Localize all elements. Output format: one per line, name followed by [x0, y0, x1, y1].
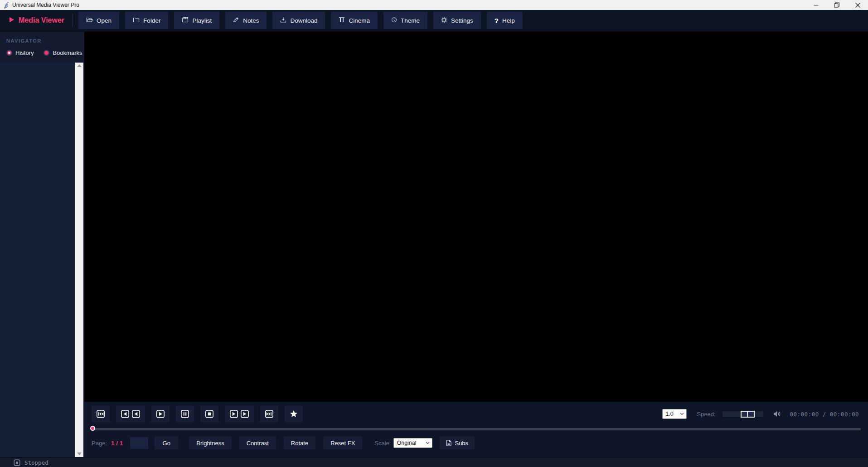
statusbar: Stopped [0, 457, 868, 467]
skip-start-icon[interactable] [92, 406, 110, 422]
radio-icon [44, 50, 49, 56]
window-title: Universal Media Viewer Pro [12, 2, 79, 8]
go-button[interactable]: Go [155, 437, 178, 449]
question-icon: ? [495, 17, 499, 24]
page-input[interactable] [130, 437, 148, 449]
reset-fx-button[interactable]: Reset FX [323, 437, 362, 449]
pause-icon[interactable] [176, 406, 194, 422]
scale-combobox[interactable]: Original [393, 438, 432, 448]
seek-handle[interactable] [90, 426, 95, 431]
scroll-up-icon[interactable] [77, 64, 82, 67]
folder-icon [133, 17, 140, 24]
contrast-button[interactable]: Contrast [239, 437, 276, 449]
play-icon[interactable] [151, 406, 170, 422]
cinema-button[interactable]: Cinema [331, 12, 378, 29]
download-button[interactable]: Download [272, 12, 325, 29]
player-controls: 1.0 Speed: 00:00:00 / 00:00:00 [84, 402, 868, 457]
download-tray-icon [280, 17, 286, 24]
theme-button[interactable]: Theme [383, 12, 427, 29]
speed-slider[interactable] [722, 411, 764, 418]
maximize-restore-icon[interactable] [826, 0, 847, 10]
chevron-down-icon [680, 413, 686, 415]
media-canvas[interactable] [84, 32, 868, 402]
feather-app-icon [4, 2, 10, 9]
toolbar-divider [73, 14, 73, 27]
rotate-button[interactable]: Rotate [284, 437, 315, 449]
bookmarks-radio[interactable]: Bookmarks [44, 49, 82, 56]
folder-button[interactable]: Folder [125, 12, 168, 29]
page-label: Page: [92, 440, 107, 447]
subtitles-doc-icon [446, 440, 451, 446]
main-toolbar: Media Viewer Open Folder Playlist Notes … [0, 10, 868, 32]
navigator-tabs: History Bookmarks [6, 49, 84, 56]
navigator-listbox[interactable] [0, 63, 75, 457]
titlebar: Universal Media Viewer Pro [0, 0, 868, 10]
pen-icon [233, 17, 239, 24]
theme-sphere-icon [391, 17, 397, 24]
brightness-button[interactable]: Brightness [189, 437, 231, 449]
subs-button[interactable]: Subs [440, 437, 475, 449]
clapperboard-icon [182, 17, 189, 24]
star-icon[interactable] [285, 406, 303, 422]
open-button[interactable]: Open [78, 12, 119, 29]
app-brand: Media Viewer [0, 16, 73, 24]
playlist-button[interactable]: Playlist [174, 12, 219, 29]
stop-icon[interactable] [200, 406, 218, 422]
skip-end-icon[interactable] [260, 406, 278, 422]
navigator-list-wrap [0, 63, 84, 457]
help-button[interactable]: ? Help [487, 12, 523, 29]
seek-bar[interactable] [92, 428, 861, 430]
scale-value: Original [394, 440, 426, 446]
time-display: 00:00:00 / 00:00:00 [790, 411, 859, 418]
speed-slider-handle[interactable] [741, 411, 755, 418]
app-window: Universal Media Viewer Pro Media Viewer … [0, 0, 868, 467]
navigator-scrollbar[interactable] [75, 63, 83, 457]
gear-icon [441, 17, 447, 24]
close-icon[interactable] [847, 0, 868, 10]
status-text: Stopped [24, 459, 48, 466]
open-folder-icon [86, 17, 93, 24]
notes-button[interactable]: Notes [225, 12, 267, 29]
navigator-header: NAVIGATOR [6, 38, 84, 44]
fast-forward-icon[interactable] [225, 406, 254, 422]
scale-label: Scale: [374, 440, 391, 447]
window-controls [805, 0, 868, 10]
play-icon [9, 16, 15, 24]
rewind-icon[interactable] [116, 406, 145, 422]
speed-label: Speed: [697, 411, 715, 418]
chevron-down-icon [426, 442, 432, 444]
page-value: 1 / 1 [111, 440, 123, 447]
stop-icon [14, 459, 20, 466]
speed-value: 1.0 [663, 411, 680, 417]
history-radio[interactable]: History [6, 49, 34, 56]
film-strip-icon [339, 17, 345, 24]
radio-icon [6, 50, 12, 56]
speed-combobox[interactable]: 1.0 [662, 409, 687, 419]
brand-label: Media Viewer [19, 16, 64, 24]
speaker-icon [773, 410, 781, 418]
minimize-icon[interactable] [805, 0, 826, 10]
navigator-panel: NAVIGATOR History Bookmarks [0, 32, 84, 457]
settings-button[interactable]: Settings [433, 12, 481, 29]
scroll-down-icon[interactable] [77, 452, 82, 455]
